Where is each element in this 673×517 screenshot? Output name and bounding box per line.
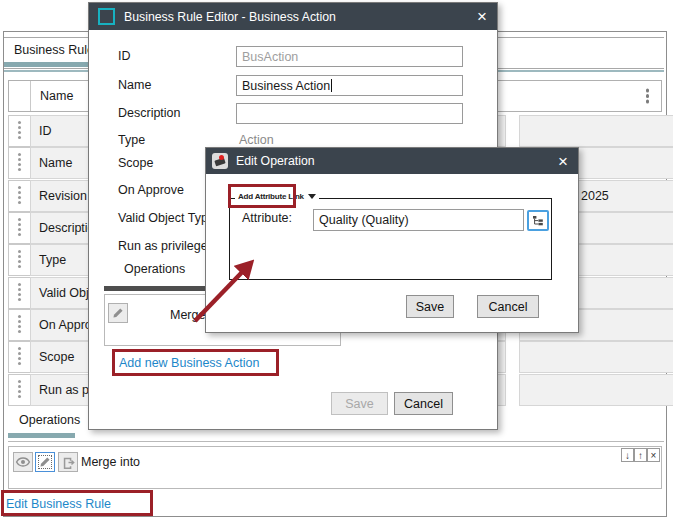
scope-label: Scope — [118, 156, 153, 170]
operation-type-dropdown[interactable]: Add Attribute Link — [235, 189, 319, 204]
operations-tab-label[interactable]: Operations — [124, 262, 185, 276]
row-drag-handle[interactable] — [8, 212, 31, 244]
tab-business-rule[interactable]: Business Rule — [14, 43, 94, 57]
column-header-name[interactable]: Name — [31, 89, 73, 103]
row-drag-handle[interactable] — [8, 341, 31, 373]
table-row-value[interactable] — [519, 115, 673, 147]
edit-operation-button[interactable] — [35, 452, 55, 472]
id-field[interactable]: BusAction — [236, 46, 463, 67]
operations-list-box: Merge into ↓ ↑ × — [8, 446, 662, 489]
operations-divider — [8, 441, 664, 442]
table-row-value[interactable] — [519, 374, 673, 406]
tree-browse-icon — [532, 215, 544, 227]
close-icon[interactable]: × — [467, 8, 497, 25]
operation-row-label: Merge into — [81, 455, 140, 469]
operation-dialog-title: Edit Operation — [236, 154, 315, 168]
id-label: ID — [118, 49, 131, 63]
operations-active-indicator — [8, 433, 75, 438]
pencil-icon — [111, 306, 125, 320]
editor-dialog-title: Business Rule Editor - Business Action — [124, 10, 336, 24]
attribute-label: Attribute: — [242, 211, 292, 225]
editor-dialog-titlebar[interactable]: Business Rule Editor - Business Action × — [89, 3, 497, 30]
row-drag-handle[interactable] — [8, 115, 31, 147]
eye-icon — [15, 454, 31, 470]
kebab-menu-icon[interactable] — [646, 94, 649, 97]
chevron-down-icon — [308, 194, 316, 199]
move-up-button[interactable]: ↑ — [634, 448, 647, 462]
export-arrow-icon — [61, 455, 76, 470]
name-label: Name — [118, 78, 151, 92]
edit-merge-operation-button[interactable] — [108, 303, 128, 323]
edit-operation-app-icon — [212, 153, 228, 169]
row-drag-handle[interactable] — [8, 147, 31, 179]
type-value: Action — [239, 133, 274, 147]
table-row-value[interactable] — [519, 341, 673, 373]
add-new-business-action-link[interactable]: Add new Business Action — [119, 356, 259, 370]
row-drag-handle[interactable] — [8, 180, 31, 212]
description-label: Description — [118, 106, 181, 120]
tab-active-indicator — [4, 62, 97, 67]
description-field[interactable] — [236, 103, 463, 124]
row-order-controls: ↓ ↑ × — [621, 448, 660, 462]
operation-save-button[interactable]: Save — [406, 295, 454, 318]
row-drag-handle[interactable] — [8, 309, 31, 341]
editor-cancel-button[interactable]: Cancel — [394, 392, 453, 415]
row-drag-handle[interactable] — [8, 374, 31, 406]
close-icon[interactable]: × — [548, 153, 578, 170]
operations-section-title: Operations — [19, 413, 80, 427]
name-field[interactable]: Business Action — [236, 75, 463, 96]
editor-save-button[interactable]: Save — [331, 392, 388, 415]
export-operation-button[interactable] — [58, 452, 78, 472]
on-approve-label: On Approve — [118, 183, 184, 197]
remove-row-button[interactable]: × — [647, 448, 660, 462]
type-label: Type — [118, 133, 145, 147]
edit-business-rule-link[interactable]: Edit Business Rule — [6, 497, 111, 511]
operation-cancel-button[interactable]: Cancel — [477, 295, 539, 318]
screen: Business Rule Name ID Name Revision 2025… — [0, 0, 673, 517]
app-square-icon — [98, 8, 115, 25]
move-down-button[interactable]: ↓ — [621, 448, 634, 462]
text-cursor — [331, 79, 332, 92]
attribute-field[interactable]: Quality (Quality) — [313, 209, 524, 231]
row-drag-handle[interactable] — [8, 244, 31, 276]
view-operation-button[interactable] — [13, 452, 33, 472]
edit-operation-dialog: Edit Operation × Add Attribute Link Attr… — [205, 147, 579, 333]
row-drag-handle[interactable] — [8, 277, 31, 309]
pencil-icon — [38, 455, 52, 469]
handle-column-spacer — [9, 81, 31, 111]
operation-dialog-titlebar[interactable]: Edit Operation × — [206, 148, 578, 174]
attribute-browse-button[interactable] — [527, 210, 549, 231]
